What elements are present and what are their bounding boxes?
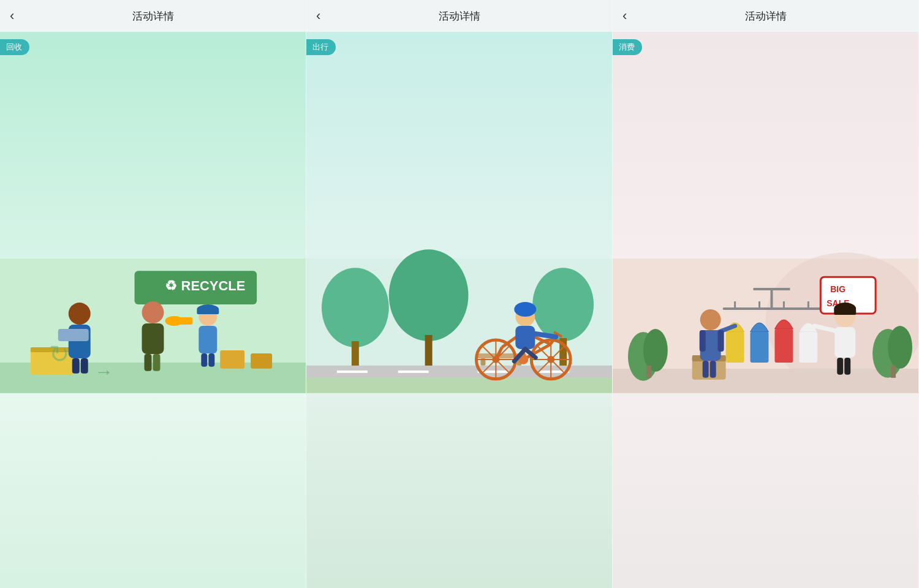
panel-recycle: ‹ 活动详情 回收 ♻ RECYCLE <box>0 0 306 588</box>
svg-rect-120 <box>613 369 918 393</box>
svg-point-6 <box>69 303 91 325</box>
svg-rect-146 <box>710 361 716 378</box>
svg-rect-131 <box>726 332 744 363</box>
svg-rect-59 <box>352 341 359 366</box>
svg-rect-133 <box>751 332 769 363</box>
back-button-1[interactable]: ‹ <box>10 8 14 24</box>
header-1: ‹ 活动详情 <box>0 0 306 32</box>
svg-rect-16 <box>174 317 192 325</box>
svg-rect-152 <box>718 330 724 352</box>
svg-rect-26 <box>251 353 272 369</box>
svg-rect-12 <box>142 323 164 354</box>
svg-point-11 <box>142 301 164 323</box>
svg-rect-150 <box>834 309 856 315</box>
hero-tag-3: 消费 <box>613 39 642 55</box>
svg-rect-154 <box>837 358 843 375</box>
svg-rect-19 <box>201 353 207 367</box>
svg-text:♻ RECYCLE: ♻ RECYCLE <box>165 278 245 293</box>
svg-text:↻: ↻ <box>49 341 70 368</box>
svg-rect-22 <box>197 309 219 314</box>
svg-rect-155 <box>844 358 850 375</box>
svg-point-62 <box>532 268 594 341</box>
svg-rect-135 <box>774 329 793 363</box>
svg-point-125 <box>888 326 912 369</box>
header-title-2: 活动详情 <box>439 9 480 23</box>
hero-image-2: 出行 <box>306 32 612 588</box>
svg-text:→: → <box>95 361 113 382</box>
hero-image-3: 消费 <box>613 32 918 588</box>
svg-rect-145 <box>703 361 709 378</box>
svg-point-122 <box>643 329 668 372</box>
svg-point-60 <box>389 249 469 341</box>
svg-text:BIG: BIG <box>830 284 845 294</box>
panel-shop: ‹ 活动详情 消费 <box>613 0 919 588</box>
svg-rect-8 <box>58 329 89 341</box>
header-3: ‹ 活动详情 <box>613 0 918 32</box>
svg-rect-151 <box>700 330 706 352</box>
svg-rect-9 <box>72 358 80 374</box>
svg-rect-123 <box>646 366 651 378</box>
back-button-3[interactable]: ‹ <box>622 8 627 24</box>
svg-rect-126 <box>891 366 896 378</box>
back-button-2[interactable]: ‹ <box>316 8 320 24</box>
svg-rect-14 <box>153 354 161 371</box>
svg-rect-18 <box>199 326 217 353</box>
header-title-1: 活动详情 <box>132 9 174 23</box>
svg-rect-55 <box>398 371 429 373</box>
svg-rect-90 <box>515 326 535 349</box>
header-2: ‹ 活动详情 <box>306 0 612 32</box>
svg-rect-54 <box>337 371 368 373</box>
svg-rect-10 <box>81 358 88 374</box>
header-title-3: 活动详情 <box>745 9 787 23</box>
panel-bike: ‹ 活动详情 出行 <box>306 0 613 588</box>
svg-point-143 <box>700 309 721 330</box>
hero-tag-2: 出行 <box>306 39 336 55</box>
svg-rect-61 <box>425 335 433 366</box>
svg-rect-20 <box>208 353 214 367</box>
svg-rect-137 <box>799 332 817 363</box>
hero-image-1: 回收 ♻ RECYCLE <box>0 32 306 588</box>
svg-rect-127 <box>723 307 833 310</box>
svg-rect-13 <box>145 354 152 371</box>
svg-point-89 <box>514 302 536 317</box>
svg-rect-25 <box>220 350 244 369</box>
hero-tag-1: 回收 <box>0 39 29 55</box>
svg-point-58 <box>322 268 389 347</box>
